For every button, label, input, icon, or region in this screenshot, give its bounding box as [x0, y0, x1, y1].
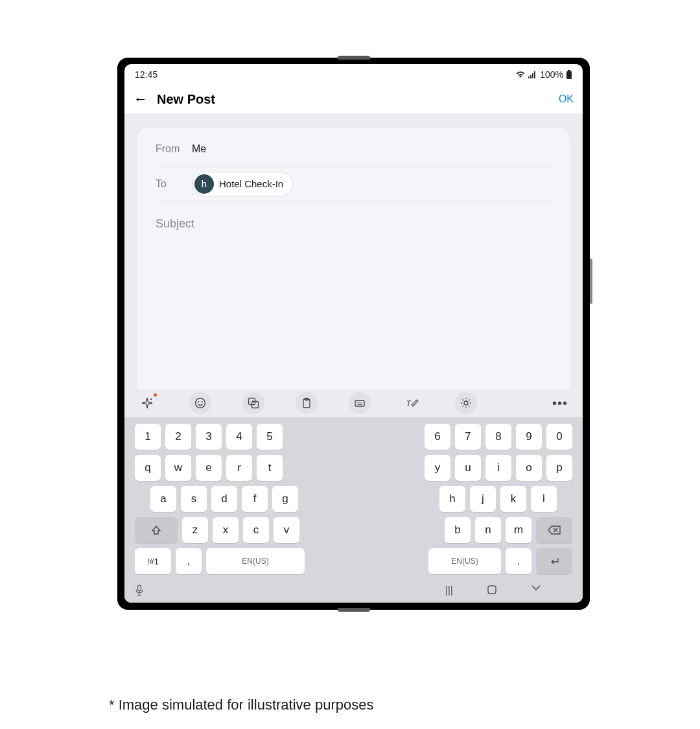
battery-text: 100% [540, 69, 563, 80]
shift-key[interactable] [135, 517, 178, 543]
key-1[interactable]: 1 [135, 424, 161, 450]
key-m[interactable]: m [506, 517, 531, 543]
comma-key[interactable]: , [176, 548, 202, 574]
key-g[interactable]: g [272, 486, 298, 512]
key-f[interactable]: f [242, 486, 268, 512]
space-key-left[interactable]: EN(US) [206, 548, 305, 574]
kb-row-4: z x c v b n m [135, 517, 572, 543]
key-3[interactable]: 3 [196, 424, 222, 450]
key-a[interactable]: a [150, 486, 176, 512]
key-5[interactable]: 5 [257, 424, 283, 450]
subject-input[interactable]: Subject [156, 202, 552, 237]
wifi-icon [515, 71, 526, 78]
key-d[interactable]: d [211, 486, 237, 512]
key-7[interactable]: 7 [455, 424, 481, 450]
caption-text: * Image simulated for illustrative purpo… [109, 697, 373, 713]
key-t[interactable]: t [257, 455, 283, 481]
key-b[interactable]: b [445, 517, 471, 543]
handwriting-icon[interactable]: T [402, 392, 424, 414]
svg-rect-0 [528, 76, 530, 78]
microphone-icon[interactable] [135, 584, 144, 596]
hinge-top [338, 56, 370, 60]
key-l[interactable]: l [531, 486, 557, 512]
key-z[interactable]: z [182, 517, 208, 543]
from-row[interactable]: From Me [156, 132, 552, 167]
key-r[interactable]: r [226, 455, 252, 481]
back-icon[interactable] [531, 584, 541, 596]
translate-icon[interactable]: A [242, 392, 264, 414]
key-2[interactable]: 2 [165, 424, 191, 450]
key-u[interactable]: u [455, 455, 481, 481]
space-key-right[interactable]: EN(US) [428, 548, 501, 574]
back-arrow-icon[interactable]: ← [134, 92, 148, 106]
title-bar: ← New Post OK [124, 85, 583, 113]
key-4[interactable]: 4 [226, 424, 252, 450]
to-label: To [156, 178, 192, 190]
svg-rect-15 [355, 400, 364, 406]
key-v[interactable]: v [274, 517, 299, 543]
device-frame: 12:45 100% ← New Post OK [117, 58, 590, 610]
svg-point-6 [150, 399, 152, 400]
more-icon[interactable]: ••• [549, 392, 571, 414]
from-value: Me [192, 143, 206, 155]
keyboard-toolbar: A T ••• [124, 389, 583, 417]
navigation-bar: ||| [124, 578, 583, 603]
key-0[interactable]: 0 [546, 424, 572, 450]
svg-rect-5 [566, 71, 572, 79]
hinge-bottom [338, 608, 370, 612]
power-button [590, 259, 592, 304]
key-s[interactable]: s [181, 486, 207, 512]
svg-rect-3 [534, 71, 535, 78]
home-icon[interactable] [487, 584, 497, 596]
key-i[interactable]: i [485, 455, 511, 481]
subject-placeholder: Subject [156, 217, 194, 231]
clipboard-icon[interactable] [296, 392, 318, 414]
key-o[interactable]: o [516, 455, 542, 481]
svg-point-21 [464, 401, 468, 405]
settings-icon[interactable] [455, 392, 477, 414]
kb-row-5: !#1 , EN(US) EN(US) . [135, 548, 572, 574]
status-icons: 100% [515, 69, 572, 80]
backspace-key[interactable] [536, 517, 572, 543]
keyboard: 1 2 3 4 5 6 7 8 9 0 q w e [124, 417, 583, 578]
key-x[interactable]: x [213, 517, 239, 543]
enter-key[interactable] [536, 548, 572, 574]
status-bar: 12:45 100% [124, 64, 583, 85]
key-c[interactable]: c [243, 517, 269, 543]
key-6[interactable]: 6 [425, 424, 450, 450]
notification-dot [154, 393, 157, 397]
page-title: New Post [157, 92, 550, 107]
recents-icon[interactable]: ||| [445, 584, 453, 596]
to-row[interactable]: To h Hotel Check-In [156, 167, 552, 202]
key-h[interactable]: h [439, 486, 465, 512]
period-key[interactable]: . [506, 548, 531, 574]
key-q[interactable]: q [135, 455, 161, 481]
key-n[interactable]: n [475, 517, 501, 543]
key-j[interactable]: j [470, 486, 496, 512]
key-9[interactable]: 9 [516, 424, 542, 450]
emoji-icon[interactable] [189, 392, 211, 414]
from-label: From [156, 143, 192, 155]
ok-button[interactable]: OK [559, 93, 574, 105]
svg-text:T: T [406, 399, 412, 408]
key-k[interactable]: k [500, 486, 526, 512]
key-8[interactable]: 8 [485, 424, 511, 450]
key-p[interactable]: p [546, 455, 572, 481]
keyboard-mode-icon[interactable] [349, 392, 371, 414]
svg-rect-1 [530, 75, 531, 78]
svg-point-8 [198, 401, 199, 402]
key-e[interactable]: e [196, 455, 222, 481]
signal-icon [528, 71, 537, 78]
svg-rect-4 [568, 70, 570, 71]
ai-sparkle-icon[interactable] [136, 392, 158, 414]
key-y[interactable]: y [425, 455, 450, 481]
status-time: 12:45 [135, 69, 158, 80]
svg-point-9 [202, 401, 203, 402]
compose-area: From Me To h Hotel Check-In Subject [124, 113, 583, 389]
symbols-key[interactable]: !#1 [135, 548, 171, 574]
key-w[interactable]: w [165, 455, 191, 481]
recipient-chip[interactable]: h Hotel Check-In [192, 172, 293, 196]
nav-buttons: ||| [445, 584, 572, 596]
compose-card: From Me To h Hotel Check-In Subject [137, 128, 570, 389]
svg-point-7 [196, 399, 205, 408]
